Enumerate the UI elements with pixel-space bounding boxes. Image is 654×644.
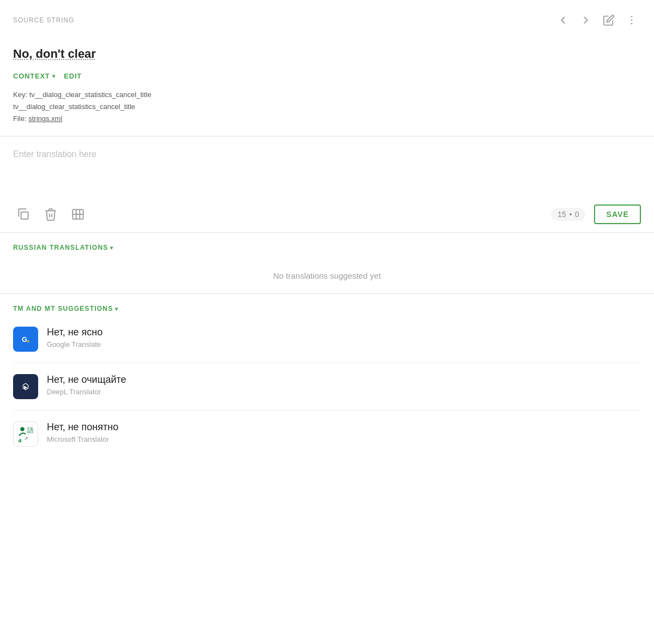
google-translate-icon: G ✦ — [13, 327, 38, 352]
russian-translations-toggle[interactable]: RUSSIAN TRANSLATIONS ▾ — [13, 244, 114, 251]
no-translations-message: No translations suggested yet — [0, 255, 654, 294]
save-button[interactable]: SAVE — [594, 204, 641, 224]
header-actions — [554, 11, 641, 29]
svg-point-1 — [631, 20, 633, 21]
svg-text:a: a — [19, 436, 22, 444]
microsoft-icon: a ↗ 語 — [13, 422, 38, 447]
suggestion-google-content: Нет, не ясно Google Translate — [47, 327, 641, 348]
source-section: No, don't clear CONTEXT ▾ EDIT Key: tv__… — [0, 38, 654, 136]
key-line: Key: tv__dialog_clear_statistics_cancel_… — [13, 89, 641, 101]
char-count-value: 15 — [558, 210, 566, 219]
russian-translations-header: RUSSIAN TRANSLATIONS ▾ — [0, 233, 654, 255]
suggestion-google[interactable]: G ✦ Нет, не ясно Google Translate — [13, 316, 641, 363]
svg-text:▶: ▶ — [24, 385, 28, 390]
back-button[interactable] — [554, 11, 572, 29]
back-icon — [557, 14, 569, 26]
suggestion-deepl-content: Нет, не очищайте DeepL Translator — [47, 374, 641, 396]
edit-tab[interactable]: EDIT — [64, 72, 82, 80]
deepl-logo-icon: ▶ — [18, 379, 33, 394]
google-g-icon: G ✦ — [18, 332, 33, 347]
more-icon — [626, 14, 638, 26]
suggestion-google-source: Google Translate — [47, 340, 641, 348]
glossary-button[interactable] — [68, 204, 88, 225]
suggestion-deepl-source: DeepL Translator — [47, 388, 641, 396]
edit-button[interactable] — [600, 11, 618, 29]
key-label: Key: — [13, 91, 27, 99]
file-link[interactable]: strings.xml — [28, 115, 62, 123]
russian-translations-chevron-icon: ▾ — [110, 245, 113, 251]
suggestion-google-text: Нет, не ясно — [47, 327, 641, 338]
source-text: No, don't clear — [13, 47, 641, 61]
more-button[interactable] — [622, 11, 641, 29]
suggestion-microsoft-content: Нет, не понятно Microsoft Translator — [47, 422, 641, 443]
suggestion-microsoft-source: Microsoft Translator — [47, 435, 641, 443]
count-separator — [570, 213, 572, 215]
copy-icon — [16, 207, 31, 221]
header-title: SOURCE STRING — [13, 16, 75, 24]
key-full-line: tv__dialog_clear_statistics_cancel_title — [13, 101, 641, 113]
tm-suggestions-chevron-icon: ▾ — [115, 306, 118, 312]
word-count-value: 0 — [575, 210, 579, 219]
russian-translations-section: RUSSIAN TRANSLATIONS ▾ No translations s… — [0, 233, 654, 294]
file-label: File: — [13, 115, 27, 123]
context-tab[interactable]: CONTEXT ▾ — [13, 72, 55, 80]
svg-text:↗: ↗ — [24, 436, 28, 441]
forward-icon — [580, 14, 592, 26]
meta-info: Key: tv__dialog_clear_statistics_cancel_… — [13, 89, 641, 125]
svg-text:語: 語 — [27, 426, 34, 434]
svg-point-2 — [631, 23, 633, 25]
toolbar-right: 15 0 SAVE — [551, 204, 641, 224]
suggestion-deepl[interactable]: ▶ Нет, не очищайте DeepL Translator — [13, 363, 641, 411]
svg-rect-3 — [21, 212, 28, 219]
context-chevron-icon: ▾ — [52, 73, 56, 79]
pencil-icon — [603, 14, 615, 26]
header-bar: SOURCE STRING — [0, 0, 654, 38]
translation-input[interactable] — [13, 147, 641, 196]
tm-suggestions-toggle[interactable]: TM AND MT SUGGESTIONS ▾ — [13, 305, 119, 312]
suggestion-microsoft-text: Нет, не понятно — [47, 422, 641, 433]
suggestions-list: G ✦ Нет, не ясно Google Translate ▶ Нет,… — [0, 316, 654, 458]
deepl-icon: ▶ — [13, 374, 38, 399]
trash-icon — [44, 207, 58, 221]
forward-button[interactable] — [577, 11, 595, 29]
file-line: File: strings.xml — [13, 113, 641, 125]
svg-point-0 — [631, 16, 633, 17]
glossary-icon — [71, 207, 85, 221]
toolbar-left — [13, 204, 88, 225]
tm-suggestions-header: TM AND MT SUGGESTIONS ▾ — [0, 294, 654, 316]
copy-source-button[interactable] — [13, 204, 34, 225]
translation-section: 15 0 SAVE — [0, 136, 654, 233]
key-value: tv__dialog_clear_statistics_cancel_title — [29, 91, 152, 99]
toolbar-row: 15 0 SAVE — [13, 198, 641, 232]
russian-translations-label: RUSSIAN TRANSLATIONS — [13, 244, 108, 251]
char-count: 15 0 — [551, 208, 585, 221]
microsoft-translator-icon: a ↗ 語 — [16, 424, 35, 444]
context-tabs: CONTEXT ▾ EDIT — [13, 72, 641, 80]
suggestion-microsoft[interactable]: a ↗ 語 Нет, не понятно Microsoft Translat… — [13, 411, 641, 458]
tm-suggestions-section: TM AND MT SUGGESTIONS ▾ G ✦ Нет, не ясно… — [0, 294, 654, 458]
svg-text:✦: ✦ — [26, 339, 30, 344]
svg-point-14 — [20, 428, 25, 432]
tm-suggestions-label: TM AND MT SUGGESTIONS — [13, 305, 113, 312]
delete-button[interactable] — [40, 204, 61, 225]
suggestion-deepl-text: Нет, не очищайте — [47, 374, 641, 386]
